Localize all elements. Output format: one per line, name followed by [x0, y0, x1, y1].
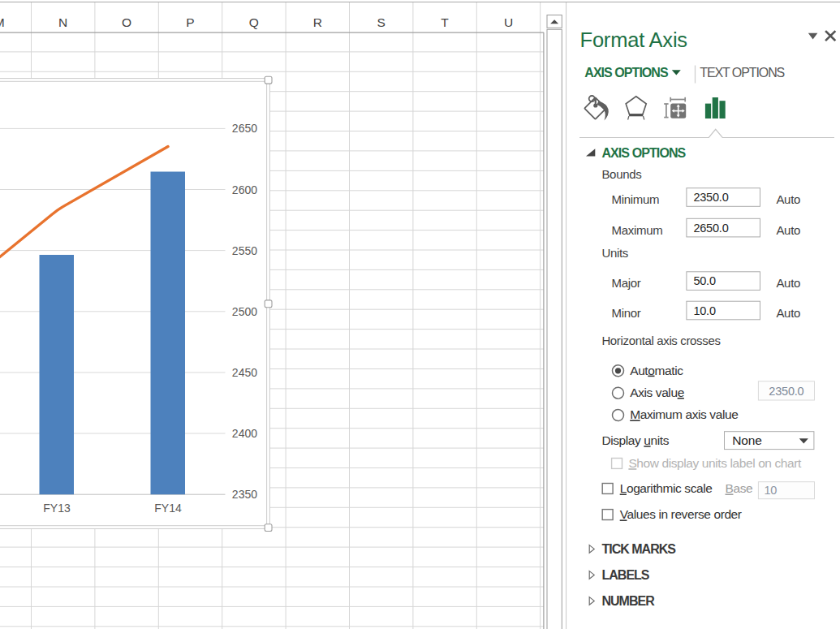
svg-text:Logarithmic scale: Logarithmic scale — [620, 481, 713, 495]
svg-text:Horizontal axis crosses: Horizontal axis crosses — [601, 334, 720, 347]
svg-text:TICK MARKS: TICK MARKS — [602, 542, 677, 556]
svg-text:2350: 2350 — [232, 488, 257, 501]
svg-text:Values in reverse order: Values in reverse order — [620, 507, 742, 521]
svg-text:2650.0: 2650.0 — [693, 222, 728, 235]
svg-text:N: N — [58, 15, 67, 29]
svg-text:Maximum axis value: Maximum axis value — [630, 407, 738, 421]
svg-text:2400: 2400 — [232, 427, 257, 440]
svg-text:AXIS OPTIONS: AXIS OPTIONS — [601, 146, 686, 160]
svg-text:Minor: Minor — [612, 306, 641, 320]
svg-text:2350.0: 2350.0 — [693, 191, 728, 204]
svg-text:Format Axis: Format Axis — [580, 28, 687, 51]
svg-text:Bounds: Bounds — [601, 167, 641, 181]
svg-text:U: U — [504, 15, 513, 29]
svg-text:R: R — [313, 15, 322, 29]
svg-text:10: 10 — [765, 484, 778, 497]
svg-text:Auto: Auto — [776, 306, 800, 320]
svg-text:Automatic: Automatic — [630, 364, 683, 377]
svg-text:None: None — [732, 433, 761, 447]
svg-text:2600: 2600 — [232, 183, 257, 196]
svg-text:Auto: Auto — [776, 276, 800, 290]
svg-text:Maximum: Maximum — [612, 223, 663, 237]
svg-text:AXIS OPTIONS: AXIS OPTIONS — [584, 66, 669, 80]
svg-text:Auto: Auto — [776, 192, 800, 206]
svg-text:2550: 2550 — [232, 244, 257, 257]
svg-text:Show display units label on ch: Show display units label on chart — [628, 456, 802, 470]
svg-text:2350.0: 2350.0 — [769, 385, 803, 398]
svg-text:Major: Major — [612, 276, 641, 290]
svg-text:10.0: 10.0 — [693, 304, 716, 317]
svg-text:T: T — [441, 15, 449, 29]
svg-text:Minimum: Minimum — [612, 192, 660, 206]
svg-text:FY14: FY14 — [154, 502, 182, 515]
svg-text:LABELS: LABELS — [602, 568, 650, 582]
svg-text:Q: Q — [249, 15, 259, 29]
svg-text:50.0: 50.0 — [693, 274, 716, 287]
svg-text:Auto: Auto — [776, 223, 800, 237]
svg-text:Display units: Display units — [601, 433, 669, 447]
svg-text:2450: 2450 — [232, 366, 257, 379]
svg-text:O: O — [122, 15, 131, 29]
svg-text:S: S — [377, 15, 386, 29]
svg-text:Units: Units — [601, 246, 628, 260]
svg-text:TEXT OPTIONS: TEXT OPTIONS — [700, 66, 784, 80]
svg-text:P: P — [186, 15, 194, 29]
svg-text:Axis value: Axis value — [630, 386, 684, 399]
svg-text:M: M — [0, 15, 5, 29]
svg-text:NUMBER: NUMBER — [602, 594, 656, 608]
svg-text:2650: 2650 — [232, 122, 257, 135]
svg-text:Base: Base — [726, 481, 753, 495]
svg-text:2500: 2500 — [232, 305, 257, 318]
svg-text:FY13: FY13 — [43, 502, 71, 515]
